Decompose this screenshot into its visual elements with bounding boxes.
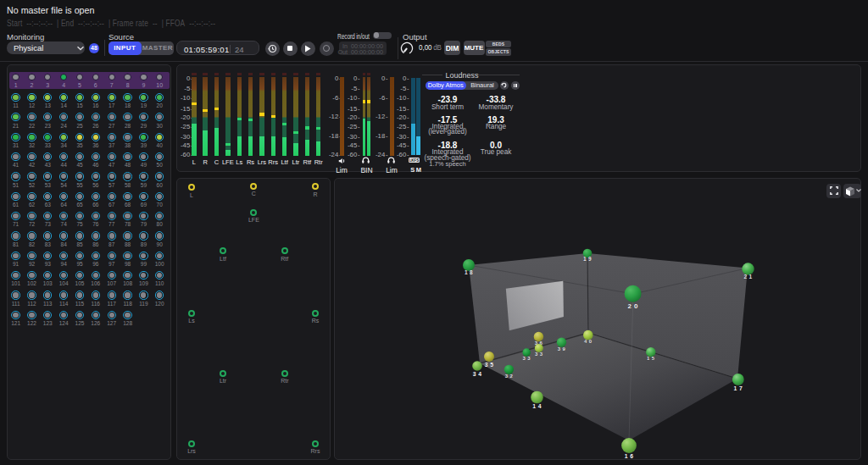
svg-text:3 4: 3 4 <box>473 371 482 377</box>
svg-text:3 3: 3 3 <box>522 356 531 361</box>
svg-text:2 0: 2 0 <box>627 302 637 310</box>
svg-text:4 0: 4 0 <box>584 339 593 344</box>
svg-text:1 6: 1 6 <box>625 453 634 459</box>
svg-text:1 7: 1 7 <box>733 385 743 391</box>
svg-text:3 3: 3 3 <box>535 352 543 357</box>
svg-text:1 4: 1 4 <box>532 403 542 409</box>
svg-text:1 8: 1 8 <box>465 269 473 275</box>
svg-text:3 9: 3 9 <box>558 346 566 352</box>
svg-text:1 5: 1 5 <box>647 356 655 361</box>
svg-text:2 1: 2 1 <box>743 274 752 280</box>
svg-text:3 5: 3 5 <box>485 362 494 368</box>
svg-text:1 9: 1 9 <box>583 256 592 262</box>
svg-text:3 2: 3 2 <box>505 374 514 379</box>
